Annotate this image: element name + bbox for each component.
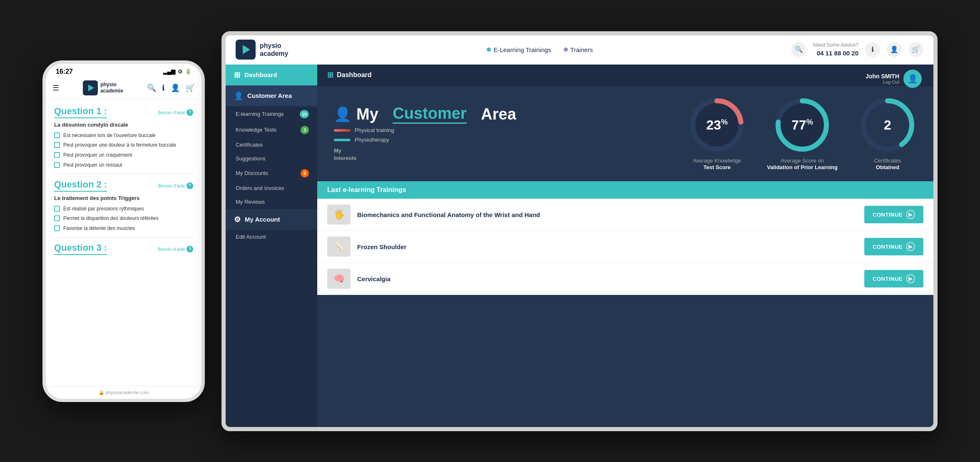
phone-time: 16:27 (56, 68, 73, 75)
checkbox-item[interactable]: Peut provoquer un craquement (54, 152, 193, 159)
search-icon[interactable]: 🔍 (147, 83, 156, 92)
continue-arrow-3: ▶ (906, 274, 915, 283)
checkbox-label: Favorise la détente des muscles (63, 225, 135, 232)
cart-icon[interactable]: 🛒 (186, 83, 195, 92)
search-button[interactable]: 🔍 (791, 42, 806, 57)
user-info-area: John SMITH Log Out 👤 (866, 70, 922, 88)
continue-label-3: CONTINUE (873, 276, 903, 282)
checkbox-item[interactable]: Peut provoquer une douleur à la fermetur… (54, 142, 193, 149)
divider (54, 174, 193, 174)
dashboard-tab-icon: ⊞ (327, 70, 333, 80)
circle-knowledge-value: 23% (706, 117, 728, 132)
user-button[interactable]: 👤 (887, 42, 902, 57)
checkbox[interactable] (54, 142, 60, 148)
phone-right-icons[interactable]: 🔍 ℹ 👤 🛒 (147, 83, 195, 92)
title-area: Area (481, 105, 516, 123)
hamburger-icon[interactable]: ☰ (52, 83, 59, 92)
play-icon (243, 45, 250, 54)
interests-area: Physical training Physiotherapy (334, 127, 688, 143)
title-icon: 👤 (334, 106, 351, 122)
tablet-logo-icon (236, 40, 256, 60)
info-button[interactable]: ℹ (865, 42, 880, 57)
sidebar-item-dashboard[interactable]: ⊞ Dashboard (226, 65, 317, 85)
phone-content: Question 1 : Besoin d'aide ? La désunion… (46, 99, 201, 264)
edit-account-label: Edit Account (236, 234, 266, 240)
sidebar-reviews-label: My Reviews (236, 199, 265, 205)
continue-label-2: CONTINUE (873, 244, 903, 250)
trainings-header-label: Last e-learning Trainings (327, 186, 406, 193)
sidebar-knowledge-label: Knowledge Tests (236, 127, 276, 133)
advice-label: Need Some Advice? (813, 42, 858, 48)
physical-training-bar (334, 129, 351, 132)
sidebar-item-discounts[interactable]: My Discounts 0 (226, 165, 317, 181)
title-my: My (356, 105, 378, 123)
continue-button-2[interactable]: CONTINUE ▶ (864, 238, 923, 255)
sidebar-item-suggestions[interactable]: Suggestions (226, 152, 317, 165)
scene: 16:27 ▂▄▆ ⊙ 🔋 ☰ physio academie (0, 0, 980, 462)
training-title-1: Biomechanics and Functional Anatomy of t… (357, 211, 540, 218)
dashboard-tab[interactable]: ⊞ Dashboard (327, 69, 372, 81)
continue-button-3[interactable]: CONTINUE ▶ (864, 270, 923, 287)
question3-help[interactable]: Besoin d'aide ? (158, 246, 193, 252)
checkbox-item[interactable]: Peut provoquer un ressaut (54, 162, 193, 169)
nav-elearning-link[interactable]: E-Learning Trainings (487, 46, 551, 53)
nav-trainers-link[interactable]: Trainers (564, 46, 593, 53)
info-icon[interactable]: ℹ (162, 83, 165, 92)
checkbox-item[interactable]: Permet la disparition des douleurs référ… (54, 215, 193, 222)
checkbox[interactable] (54, 162, 60, 168)
checkbox-label: Peut provoquer une douleur à la fermetur… (63, 142, 176, 149)
checkbox[interactable] (54, 152, 60, 158)
interest-item-physical: Physical training (334, 127, 394, 133)
continue-button-1[interactable]: CONTINUE ▶ (864, 206, 923, 223)
checkbox-item[interactable]: Est nécessaire lors de l'ouverture bucca… (54, 132, 193, 139)
interest-physical-label: Physical training (355, 127, 394, 133)
tablet-body: ⊞ Dashboard 👤 Customer Area E-learning T… (226, 65, 933, 427)
phone-navbar: ☰ physio academie 🔍 ℹ 👤 🛒 (46, 77, 201, 99)
question2-help[interactable]: Besoin d'aide ? (158, 182, 193, 189)
trainings-header: Last e-learning Trainings (317, 181, 933, 199)
sidebar-item-certificates[interactable]: Certificates (226, 138, 317, 152)
wifi-icon: ⊙ (178, 68, 182, 75)
sidebar-item-knowledge-tests[interactable]: Knowledge Tests 3 (226, 122, 317, 138)
interest-physio-label: Physiotherapy (355, 137, 389, 143)
sidebar-item-my-account[interactable]: ⚙ My Account (226, 209, 317, 230)
dashboard-tab-label: Dashboard (337, 71, 372, 79)
checkbox[interactable] (54, 132, 60, 138)
sidebar-edit-account[interactable]: Edit Account (226, 230, 317, 244)
sidebar-item-customer-area[interactable]: 👤 Customer Area (226, 85, 317, 106)
tablet-logo: physio academy (236, 40, 289, 60)
checkbox-label: Est nécessaire lors de l'ouverture bucca… (63, 132, 156, 139)
checkbox-item[interactable]: Est réalisé par pressions rythmiques (54, 205, 193, 212)
tablet-navbar: physio academy E-Learning Trainings Trai… (226, 35, 933, 65)
sidebar-discounts-label: My Discounts (236, 170, 268, 176)
continue-arrow-2: ▶ (906, 242, 915, 251)
sidebar-item-reviews[interactable]: My Reviews (226, 195, 317, 209)
checkbox-label: Permet la disparition des douleurs référ… (63, 215, 159, 222)
tablet-device: physio academy E-Learning Trainings Trai… (221, 31, 938, 431)
trainings-section: Last e-learning Trainings 🖐 Biomechanics… (317, 181, 933, 295)
question1-title: Question 1 : (54, 106, 107, 118)
circle-knowledge-test: 23% (688, 96, 746, 154)
stat-certificates-label: Certificates Obtained (874, 157, 901, 172)
sidebar-item-orders[interactable]: Orders and Invoices (226, 181, 317, 195)
interests-label: MyInterests (334, 147, 688, 162)
training-title-3: Cervicalgia (357, 275, 391, 282)
question1-help[interactable]: Besoin d'aide ? (158, 109, 193, 116)
page-title: 👤 My Customer Area (334, 105, 688, 124)
trainers-link-label: Trainers (570, 46, 593, 53)
help-circle-icon: ? (187, 182, 193, 189)
user-icon[interactable]: 👤 (171, 83, 180, 92)
checkbox[interactable] (54, 225, 60, 231)
logout-link[interactable]: Log Out (866, 80, 899, 85)
checkbox-item[interactable]: Favorise la détente des muscles (54, 225, 193, 232)
sidebar-item-elearning[interactable]: E-learning Trainings 10 (226, 106, 317, 122)
user-avatar: 👤 (903, 70, 922, 88)
stat-circle-validation: 77% Average Score on Validation of Prior… (767, 96, 838, 172)
sidebar-account-label: My Account (245, 216, 280, 223)
cart-button[interactable]: 🛒 (908, 42, 923, 57)
checkbox[interactable] (54, 206, 60, 212)
stats-title-area: 👤 My Customer Area Physical training Phy… (334, 105, 688, 162)
phone-logo: physio academie (83, 80, 123, 95)
help-circle-icon: ? (187, 109, 193, 116)
checkbox[interactable] (54, 215, 60, 221)
